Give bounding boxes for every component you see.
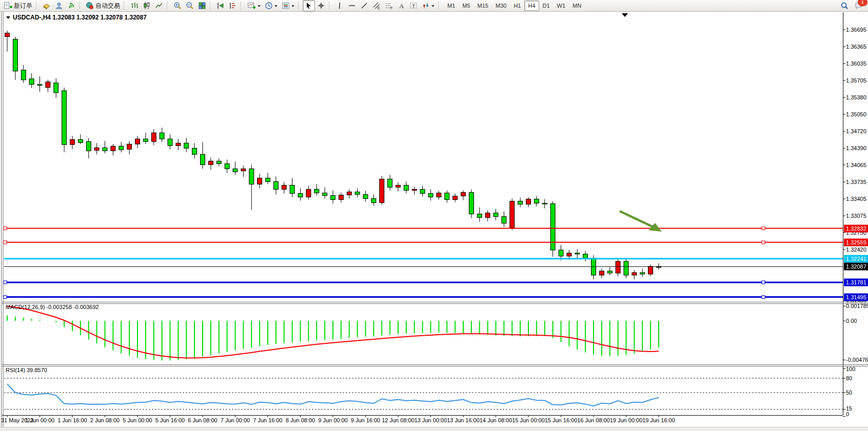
label-icon: T [409, 2, 418, 10]
periods-button[interactable] [263, 0, 280, 11]
svg-text:T: T [412, 4, 416, 9]
text-icon: A [397, 2, 405, 10]
notifications-button[interactable]: 1 [853, 0, 865, 11]
toolbox-icon [43, 2, 51, 10]
chevron-down-icon[interactable] [431, 5, 435, 9]
toolbox-button[interactable] [41, 0, 53, 11]
toolbar-separator [167, 2, 169, 10]
main-toolbar: 新订单自动交易EFAT M1M5M15M30H1H4D1W1MN 1 [0, 0, 868, 12]
community-icon [55, 2, 63, 10]
auto-scroll-button[interactable] [214, 0, 227, 11]
line-handle[interactable] [4, 296, 7, 299]
line-handle[interactable] [762, 281, 765, 284]
timeframe-M30[interactable]: M30 [492, 1, 510, 11]
rsi-line [7, 384, 659, 406]
line-handle[interactable] [762, 227, 765, 230]
toolbar-separator [298, 2, 301, 10]
channel-icon: E [372, 2, 381, 10]
bar-chart-button[interactable] [128, 0, 141, 11]
vline-icon [336, 2, 344, 10]
macd-histogram [7, 316, 659, 361]
period-icon [265, 2, 273, 10]
auto-trading-icon [86, 2, 94, 10]
community-button[interactable] [53, 0, 65, 11]
timeframe-M5[interactable]: M5 [459, 1, 474, 11]
arrows-icon [422, 2, 430, 10]
crosshair-icon [317, 2, 325, 10]
templates-button[interactable] [280, 0, 297, 11]
indicators-icon [247, 2, 256, 10]
timeframe-H4[interactable]: H4 [524, 1, 539, 11]
line-handle[interactable] [762, 241, 765, 244]
mt4-window: USDCAD-,H4 1.32083 1.32092 1.32078 1.320… [0, 0, 868, 431]
line-chart-icon [155, 2, 163, 10]
line-handle[interactable] [4, 281, 7, 284]
search-button[interactable] [838, 0, 851, 11]
indicators-button[interactable] [245, 0, 263, 11]
line-handle[interactable] [4, 227, 7, 230]
window-bottom-strip [0, 427, 868, 431]
notification-badge: 1 [858, 0, 867, 6]
arrows-button[interactable] [420, 0, 437, 11]
toolbar-separator [36, 2, 38, 10]
trendline-icon [360, 2, 368, 10]
new-order-button-label: 新订单 [14, 2, 32, 10]
auto-trading-button-label: 自动交易 [95, 2, 120, 10]
toolbar-separator [241, 2, 243, 10]
candlestick-icon [143, 2, 151, 10]
new-order-button[interactable]: 新订单 [2, 0, 34, 11]
bar-chart-icon [130, 2, 139, 10]
tile-windows-button[interactable] [196, 0, 208, 11]
timeframe-M1[interactable]: M1 [444, 1, 459, 11]
zoom-in-button[interactable] [171, 0, 184, 11]
chart-shift-button[interactable] [227, 0, 239, 11]
timeframe-W1[interactable]: W1 [554, 1, 569, 11]
signals-icon [67, 2, 75, 10]
toolbar-separator [329, 2, 331, 10]
auto-trading-button[interactable]: 自动交易 [84, 0, 122, 11]
chevron-down-icon[interactable] [291, 5, 294, 9]
timeframe-toolbar: M1M5M15M30H1H4D1W1MN [444, 1, 585, 11]
hline-button[interactable] [346, 0, 358, 11]
svg-text:A: A [399, 2, 404, 10]
chart-canvas[interactable] [0, 0, 868, 431]
toolbar-separator [124, 2, 126, 10]
timeframe-H1[interactable]: H1 [510, 1, 524, 11]
toolbar-separator [210, 2, 212, 10]
svg-text:E: E [378, 6, 380, 10]
timeframe-MN[interactable]: MN [569, 1, 585, 11]
cursor-icon [305, 2, 313, 10]
toolbar-separator [79, 2, 82, 10]
chart-shift-icon [229, 2, 237, 10]
line-chart-button[interactable] [153, 0, 165, 11]
template-icon [282, 2, 290, 10]
channel-button[interactable]: E [370, 0, 383, 11]
vline-button[interactable] [333, 0, 346, 11]
timeframe-M15[interactable]: M15 [474, 1, 492, 11]
timeframe-D1[interactable]: D1 [539, 1, 554, 11]
svg-text:F: F [390, 6, 392, 10]
cursor-button[interactable] [303, 0, 315, 11]
crosshair-button[interactable] [315, 0, 327, 11]
search-icon [840, 2, 849, 10]
trendline-button[interactable] [358, 0, 370, 11]
zoom-out-icon [186, 2, 194, 10]
zoom-out-button[interactable] [184, 0, 196, 11]
auto-scroll-icon [216, 2, 225, 10]
fibo-icon: F [385, 2, 393, 10]
tile-windows-icon [198, 2, 206, 10]
zoom-in-icon [173, 2, 182, 10]
toolbar-separator [438, 2, 441, 10]
chart-shift-marker[interactable] [622, 13, 628, 17]
candlestick-button[interactable] [141, 0, 153, 11]
new-order-icon [4, 2, 12, 10]
label-button[interactable]: T [407, 0, 420, 11]
text-button[interactable]: A [395, 0, 407, 11]
fibonacci-button[interactable]: F [383, 0, 395, 11]
hline-icon [348, 2, 356, 10]
line-handle[interactable] [4, 241, 7, 244]
line-handle[interactable] [762, 296, 765, 299]
chevron-down-icon[interactable] [258, 5, 261, 9]
signals-button[interactable] [65, 0, 77, 11]
chevron-down-icon[interactable] [274, 5, 278, 9]
